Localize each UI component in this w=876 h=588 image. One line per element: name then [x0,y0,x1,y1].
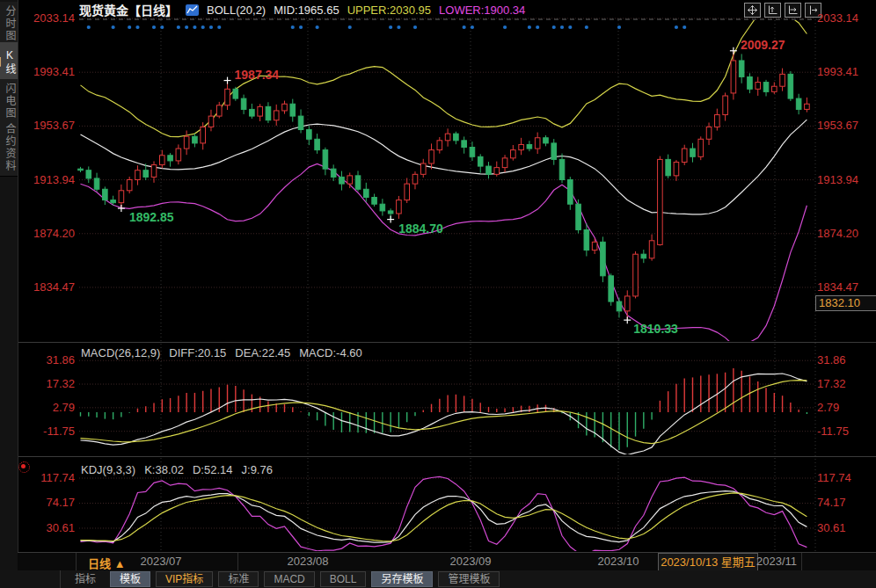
kdj-d-value: D:52.14 [193,463,233,477]
instrument-title: 现货黄金【日线】 [79,1,178,18]
price-pane: 1987.342009.271892.851884.701810.33 [78,7,810,347]
toolbar-tab-指标[interactable]: 指标 [66,572,105,586]
axis-price-label: 1874.20 [18,227,75,240]
axis-price-label: 1993.41 [18,65,75,78]
axis-cell-divider [76,553,77,570]
kdj-j-value: J:9.76 [242,463,273,477]
sidebar-tab-3[interactable]: 闪电图 [0,79,18,124]
svg-text:2009.27: 2009.27 [741,38,785,52]
macd-title: MACD(26,12,9) [81,346,160,360]
boll-upper-value: UPPER:2030.95 [347,4,431,17]
macd-pane [81,368,807,455]
boll-indicator-label: BOLL(20,2) [207,4,266,17]
macd-dea-value: DEA:22.45 [235,346,290,360]
kline-chart-icon [186,4,199,16]
axis-price-label: 30.61 [817,521,875,534]
axis-price-label: 1953.67 [817,119,875,132]
axis-price-label: 2033.14 [18,11,75,25]
crosshair-icon[interactable] [744,3,761,18]
date-tick-label: 2023/07 [141,555,182,568]
trading-terminal-window: 1987.342009.271892.851884.701810.33 分时图K… [0,0,876,588]
axis-price-label: 1913.94 [817,173,875,186]
axis-cell-divider [801,553,802,570]
macd-header: MACD(26,12,9) DIFF:20.15 DEA:22.45 MACD:… [81,346,362,360]
current-price-badge: 1832.10 [815,295,876,311]
axis-price-label: -11.75 [18,425,75,438]
axis-price-label: 1993.41 [817,65,875,78]
period-arrow-icon: ▲ [114,557,126,570]
macd-macd-value: MACD:-4.60 [299,346,362,360]
date-axis: 日线 ▲ 2023/10/13 星期五 2023/072023/082023/0… [18,552,876,571]
axis-price-label: 74.17 [18,496,75,509]
axis-price-label: 2.79 [18,401,75,414]
axis-price-label: 2.79 [817,401,875,414]
axis-price-label: 117.74 [817,471,875,484]
kdj-header: KDJ(9,3,3) K:38.02 D:52.14 J:9.76 [81,463,273,477]
axis-price-label: 17.32 [817,377,875,390]
date-tick-label: 2023/11 [756,555,797,568]
toolbar-tab-另存模板[interactable]: 另存模板 [371,571,433,587]
axis-price-label: 2033.14 [817,11,875,25]
axis-price-label: 30.61 [18,521,75,534]
zoom-vertical-icon[interactable] [764,3,781,18]
axis-price-label: 1834.47 [18,280,75,294]
toolbar-tab-VIP指标[interactable]: VIP指标 [156,571,213,587]
bottom-toolbar: 指标模板VIP指标标准MACDBOLL另存模板管理模板 [0,570,876,588]
chart-type-sidebar: 分时图K线图闪电图合约资料 [0,0,18,588]
chart-header: 现货黄金【日线】 BOLL(20,2) MID:1965.65 UPPER:20… [79,2,525,18]
crosshair-date-badge: 2023/10/13 星期五 [658,553,758,571]
axis-cell-divider [237,553,238,570]
toolbar-tab-管理模板[interactable]: 管理模板 [438,571,500,587]
chart-canvas[interactable]: 1987.342009.271892.851884.701810.33 [0,0,876,588]
date-tick-label: 2023/10 [598,555,639,568]
toolbar-tab-MACD[interactable]: MACD [264,571,314,587]
period-selector[interactable]: 日线 ▲ [88,555,126,571]
axis-price-label: 1953.67 [18,119,75,132]
sidebar-tab-4[interactable]: 合约资料 [0,120,18,177]
date-tick-label: 2023/09 [450,555,492,568]
kdj-title: KDJ(9,3,3) [81,463,135,477]
svg-text:1987.34: 1987.34 [235,68,280,82]
kdj-pane [81,476,807,554]
toolbar-tab-模板[interactable]: 模板 [110,571,150,587]
date-tick-label: 2023/08 [288,555,329,568]
zoom-horizontal-icon[interactable] [785,3,801,18]
axis-price-label: 1913.94 [18,173,75,186]
kdj-k-value: K:38.02 [144,463,184,477]
toolbar-spacer [0,570,61,588]
candlesticks [78,51,810,320]
axis-price-label: -11.75 [817,425,875,438]
axis-price-label: 1834.47 [817,280,875,294]
axis-price-label: 31.86 [817,353,875,367]
boll-lower-value: LOWER:1900.34 [439,4,525,17]
axis-price-label: 31.86 [18,353,75,367]
sidebar-tab-1[interactable]: 分时图 [0,2,18,47]
toolbar-tab-BOLL[interactable]: BOLL [320,571,367,587]
macd-diff-value: DIFF:20.15 [169,346,226,360]
axis-price-label: 17.32 [18,377,75,390]
sidebar-tab-2[interactable]: K线图 [0,42,18,83]
axis-price-label: 74.17 [817,496,875,509]
axis-price-label: 117.74 [18,471,75,484]
boll-mid-value: MID:1965.65 [274,4,339,17]
svg-text:1892.85: 1892.85 [129,210,174,224]
axis-price-label: 1874.20 [817,227,875,240]
svg-text:1884.70: 1884.70 [398,221,443,236]
chart-toolbar [744,3,821,18]
toolbar-tab-标准[interactable]: 标准 [218,571,259,587]
svg-text:1810.33: 1810.33 [633,322,678,336]
